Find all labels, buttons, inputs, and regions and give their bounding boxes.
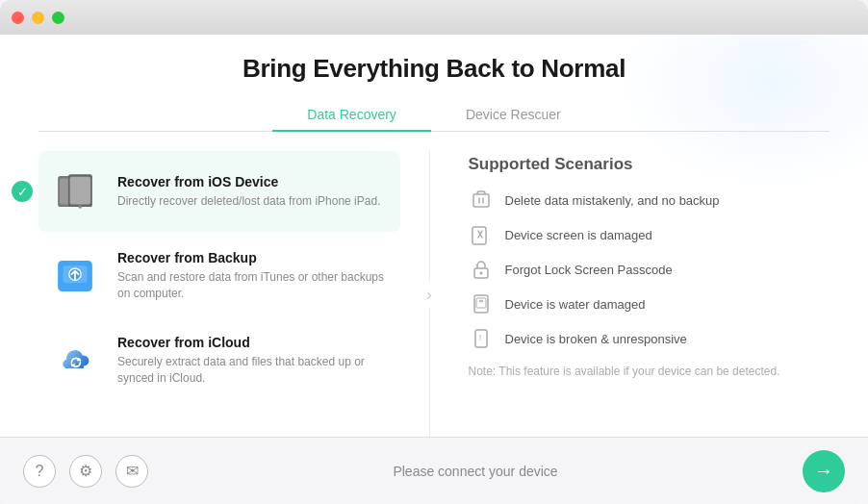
backup-item-desc: Scan and restore data from iTunes or oth… (117, 269, 391, 302)
water-damaged-icon (469, 291, 494, 316)
tabs-container: Data Recovery Device Rescuer (38, 99, 830, 132)
selected-check-icon: ✓ (12, 181, 33, 202)
close-button[interactable] (12, 12, 24, 24)
screen-damaged-icon (469, 222, 494, 247)
ios-item-desc: Directly recover deleted/lost data from … (117, 193, 380, 210)
svg-rect-3 (70, 177, 90, 205)
icloud-icon (48, 334, 102, 388)
main-content: Bring Everything Back to Normal Data Rec… (0, 35, 868, 504)
main-columns: ✓ Recover from iOS Devic (38, 151, 830, 437)
help-icon: ? (36, 463, 44, 480)
icloud-item-title: Recover from iCloud (117, 335, 391, 350)
svg-rect-9 (473, 194, 489, 207)
delete-mistakenly-icon (469, 188, 494, 213)
icloud-item-desc: Securely extract data and files that bac… (117, 354, 391, 387)
column-divider (429, 151, 430, 437)
ios-item-text: Recover from iOS Device Directly recover… (117, 174, 380, 210)
footer-left-icons: ? ⚙ ✉ (23, 455, 148, 488)
tab-device-rescuer[interactable]: Device Rescuer (431, 99, 596, 132)
svg-point-4 (79, 205, 83, 209)
content-wrapper: Bring Everything Back to Normal Data Rec… (0, 35, 868, 437)
scenario-water-text: Device is water damaged (505, 297, 646, 312)
settings-icon: ⚙ (79, 462, 92, 480)
traffic-lights (12, 12, 64, 24)
tab-data-recovery[interactable]: Data Recovery (272, 99, 431, 132)
lock-screen-icon: ? (469, 257, 494, 282)
maximize-button[interactable] (52, 12, 64, 24)
help-button[interactable]: ? (23, 455, 56, 488)
backup-icon (48, 249, 102, 303)
settings-button[interactable]: ⚙ (69, 455, 102, 488)
svg-point-12 (479, 272, 482, 275)
icloud-item-text: Recover from iCloud Securely extract dat… (117, 335, 391, 387)
recovery-option-backup[interactable]: Recover from Backup Scan and restore dat… (38, 236, 400, 316)
ios-item-title: Recover from iOS Device (117, 174, 380, 189)
connect-device-label: Please connect your device (393, 464, 557, 479)
scenario-screen: Device screen is damaged (469, 222, 830, 247)
footer: ? ⚙ ✉ Please connect your device → (0, 437, 868, 504)
scenario-broken: ! Device is broken & unresponsive (469, 326, 830, 351)
scenario-delete-text: Delete data mistakenly, and no backup (505, 193, 720, 208)
right-column: Supported Scenarios Delete data mistaken… (440, 151, 830, 437)
scenario-passcode: ? Forgot Lock Screen Passcode (469, 257, 830, 282)
minimize-button[interactable] (32, 12, 44, 24)
page-title: Bring Everything Back to Normal (38, 54, 830, 84)
backup-item-title: Recover from Backup (117, 250, 391, 265)
ios-device-icon (48, 164, 102, 218)
scenarios-note: Note: This feature is available if your … (469, 365, 830, 378)
scenario-broken-text: Device is broken & unresponsive (505, 332, 687, 346)
scenarios-title: Supported Scenarios (469, 155, 830, 174)
svg-text:!: ! (478, 333, 481, 342)
title-bar (0, 0, 868, 35)
recovery-option-ios[interactable]: ✓ Recover from iOS Devic (38, 151, 400, 232)
left-column: ✓ Recover from iOS Devic (38, 151, 420, 437)
next-button[interactable]: → (803, 450, 845, 492)
status-text: Please connect your device (148, 464, 803, 479)
next-arrow-icon: → (814, 460, 833, 482)
email-button[interactable]: ✉ (115, 455, 148, 488)
email-icon: ✉ (126, 462, 139, 480)
backup-item-text: Recover from Backup Scan and restore dat… (117, 250, 391, 302)
broken-device-icon: ! (469, 326, 494, 351)
scenario-passcode-text: Forgot Lock Screen Passcode (505, 263, 673, 277)
scenario-delete: Delete data mistakenly, and no backup (469, 188, 830, 213)
scenario-water: Device is water damaged (469, 291, 830, 316)
recovery-option-icloud[interactable]: Recover from iCloud Securely extract dat… (38, 320, 400, 401)
scenario-screen-text: Device screen is damaged (505, 228, 652, 242)
